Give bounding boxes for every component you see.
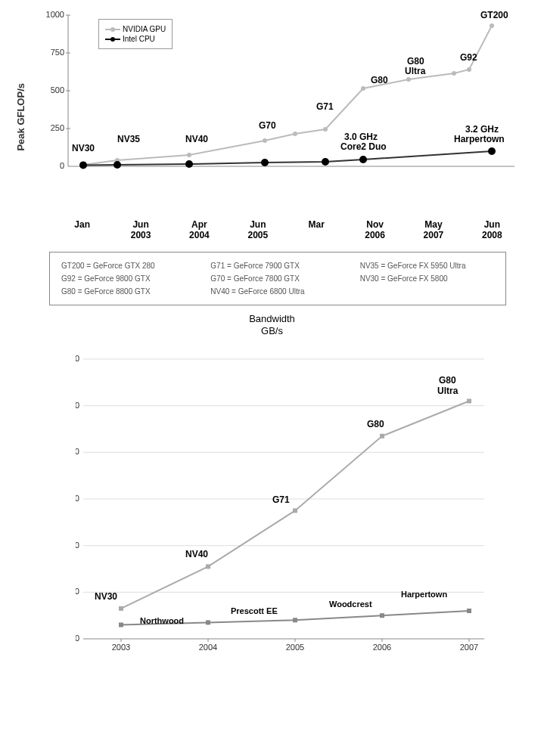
point-label: G80 (439, 375, 456, 386)
svg-rect-40 (467, 609, 471, 613)
x-tick: Jun2003 (111, 219, 169, 240)
legend-entry-cpu: Intel CPU (105, 35, 166, 43)
svg-point-11 (323, 127, 328, 132)
point-label: 3.0 GHz (344, 132, 378, 142)
x-tick: Jun2008 (463, 219, 521, 240)
x-tick: 2003 (112, 643, 130, 652)
y-tick: 20 (76, 587, 79, 596)
y-tick: 750 (51, 48, 64, 57)
point-label: NV35 (117, 134, 140, 144)
y-tick: 100 (76, 401, 79, 410)
y-tick: 40 (76, 541, 79, 550)
point-label: Woodcrest (329, 600, 372, 609)
y-tick: 0 (60, 161, 64, 170)
svg-rect-39 (380, 613, 384, 618)
svg-point-23 (488, 147, 496, 155)
point-label: GT200 (480, 10, 508, 20)
svg-point-9 (263, 138, 267, 143)
svg-point-20 (261, 159, 269, 166)
point-label: NV40 (185, 134, 208, 144)
point-label: G71 (272, 494, 290, 505)
x-tick: Jun2005 (228, 219, 287, 240)
point-label: NV30 (95, 591, 117, 602)
svg-point-8 (187, 153, 191, 157)
x-tick: Mar (288, 219, 346, 240)
gpu-glossary-entry: NV30 = GeForce FX 5800 (360, 274, 494, 283)
x-tick: Apr2004 (170, 219, 228, 240)
gpu-glossary-entry: G70 = GeForce 7800 GTX (210, 274, 344, 283)
x-tick: 2004 (199, 643, 217, 652)
svg-point-17 (79, 161, 87, 169)
gpu-glossary-entry: GT200 = GeForce GTX 280 (61, 262, 195, 270)
point-label: Northwood (140, 616, 184, 625)
bandwidth-chart: Bandwidth GB/s 0 20 40 60 80 100 120 (8, 313, 536, 677)
gpu-glossary-entry: NV40 = GeForce 6800 Ultra (210, 287, 344, 296)
svg-point-13 (406, 77, 411, 82)
svg-point-14 (452, 71, 456, 76)
point-label: Ultra (405, 66, 426, 76)
svg-rect-34 (380, 434, 384, 438)
svg-point-18 (113, 161, 121, 169)
legend-label: Intel CPU (123, 35, 155, 43)
svg-rect-33 (293, 509, 297, 513)
gpu-glossary-entry: G92 = GeForce 9800 GTX (61, 274, 195, 283)
chart-svg: 0 20 40 60 80 100 120 NV30 NV40 G71 G80 … (76, 352, 499, 677)
y-tick: 500 (51, 85, 64, 94)
svg-point-12 (361, 86, 365, 91)
point-label: G92 (460, 52, 477, 63)
gpu-glossary-table: GT200 = GeForce GTX 280G71 = GeForce 790… (49, 252, 506, 305)
svg-rect-35 (467, 399, 471, 404)
point-label: G80 (407, 56, 424, 67)
svg-rect-38 (293, 618, 297, 622)
point-label: NV30 (72, 143, 95, 153)
legend-marker-icon (105, 39, 120, 40)
svg-point-10 (293, 132, 297, 136)
x-tick: 2007 (460, 643, 478, 652)
gpu-glossary-entry: G71 = GeForce 7900 GTX (210, 262, 344, 270)
point-label: G80 (367, 419, 384, 429)
x-tick: May2007 (404, 219, 462, 240)
y-tick: 250 (51, 123, 64, 132)
y-tick: 0 (76, 634, 79, 643)
svg-rect-32 (206, 565, 210, 569)
svg-rect-37 (206, 621, 210, 625)
gflops-chart: Peak GFLOP/s NVIDIA GPU Intel CPU 0 250 … (8, 8, 536, 240)
legend-label: NVIDIA GPU (123, 25, 166, 33)
gpu-glossary-entry: NV35 = GeForce FX 5950 Ultra (360, 262, 494, 270)
svg-rect-36 (119, 623, 123, 627)
point-label: NV40 (185, 549, 208, 559)
y-tick: 60 (76, 494, 79, 503)
point-label: Core2 Duo (340, 141, 387, 152)
svg-point-21 (322, 158, 329, 166)
y-tick: 120 (76, 354, 79, 363)
y-tick: 1000 (46, 10, 64, 19)
svg-rect-31 (119, 606, 123, 611)
legend: NVIDIA GPU Intel CPU (98, 19, 173, 49)
y-tick: 80 (76, 447, 79, 456)
svg-point-16 (490, 23, 494, 28)
x-tick: 2005 (286, 643, 304, 652)
point-label: 3.2 GHz (465, 124, 499, 135)
point-label: G80 (371, 75, 388, 85)
point-label: Ultra (437, 386, 459, 396)
svg-point-22 (359, 156, 367, 163)
y-axis-label: Peak GFLOP/s (15, 83, 26, 151)
point-label: G71 (316, 101, 334, 112)
point-label: Harpertown (401, 590, 447, 599)
x-axis: Jan Jun2003 Apr2004 Jun2005 Mar Nov2006 … (53, 219, 521, 240)
gpu-glossary-entry: G80 = GeForce 8800 GTX (61, 287, 195, 296)
point-label: Prescott EE (231, 606, 278, 615)
svg-point-15 (467, 67, 471, 72)
svg-point-19 (185, 160, 193, 168)
point-label: G70 (259, 120, 276, 131)
x-tick: Jan (53, 219, 111, 240)
legend-marker-icon (105, 29, 120, 30)
y-axis-label: Bandwidth GB/s (8, 313, 536, 336)
x-tick: 2006 (373, 643, 391, 652)
point-label: Harpertown (454, 134, 505, 144)
x-tick: Nov2006 (346, 219, 404, 240)
legend-entry-gpu: NVIDIA GPU (105, 25, 166, 33)
